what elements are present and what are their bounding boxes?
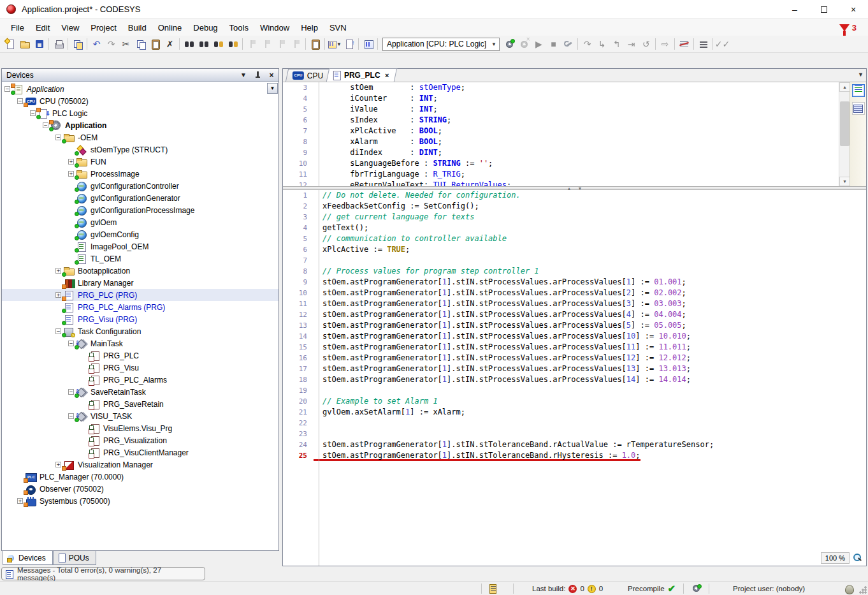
tree-item-prg-plc[interactable]: PRG_PLC: [2, 349, 278, 362]
logout-button[interactable]: [517, 37, 532, 52]
declaration-pane[interactable]: 3 stOem : stOemType;4 iCounter : INT;5 i…: [283, 82, 866, 186]
paste-object-button[interactable]: [308, 37, 322, 52]
expand-icon[interactable]: +: [17, 498, 23, 504]
tree-item-tl-oem[interactable]: TL_OEM: [2, 253, 278, 265]
cut-button[interactable]: ✂: [119, 37, 133, 52]
compile-status-icon[interactable]: [692, 584, 702, 594]
reset-button[interactable]: ↺: [639, 37, 653, 52]
toggle-bookmark-button[interactable]: [245, 37, 259, 52]
delete-button[interactable]: ✗: [163, 37, 177, 52]
step-out-button[interactable]: ↰: [609, 37, 624, 52]
tree-item-maintask[interactable]: −MainTask: [2, 337, 278, 349]
find-button[interactable]: [182, 37, 196, 52]
tree-item-prg-visuclientmanager[interactable]: PRG_VisuClientManager: [2, 446, 278, 459]
recompile-button[interactable]: ✓✓: [715, 37, 730, 52]
replace-in-project-button[interactable]: [226, 37, 240, 52]
tree-item-bootapplication[interactable]: +Bootapplication: [2, 265, 278, 277]
status-doc-icon[interactable]: [489, 584, 498, 593]
copy-button[interactable]: [133, 37, 148, 52]
expand-icon[interactable]: +: [55, 462, 61, 467]
tree-item-prg-saveretain[interactable]: PRG_SaveRetain: [2, 398, 278, 410]
code-pane[interactable]: 1// Do not delete. Needed for configurat…: [283, 190, 866, 566]
pin-icon[interactable]: [254, 71, 261, 79]
tree-item-application[interactable]: −Application: [2, 119, 278, 131]
step-into-button[interactable]: ↳: [595, 37, 609, 52]
close-tab-icon[interactable]: ×: [385, 71, 389, 79]
code-zoom-level[interactable]: 100 %: [821, 552, 850, 564]
export-device-button[interactable]: [342, 37, 356, 52]
tree-item-visu-task[interactable]: −VISU_TASK: [2, 410, 278, 422]
new-file-button[interactable]: [3, 37, 17, 52]
single-cycle-button[interactable]: [561, 37, 575, 52]
tree-item-imagepool-oem[interactable]: ImagePool_OEM: [2, 240, 278, 253]
messages-bar[interactable]: Messages - Total 0 error(s), 0 warning(s…: [1, 567, 205, 580]
tree-item-gvlconfigurationprocessimage[interactable]: gvlConfigurationProcessImage: [2, 204, 278, 216]
open-file-button[interactable]: [17, 37, 32, 52]
bottom-tab-devices[interactable]: Devices: [3, 551, 53, 565]
collapse-icon[interactable]: −: [17, 98, 23, 104]
tabular-view-button[interactable]: [852, 102, 865, 115]
expand-icon[interactable]: +: [55, 268, 61, 274]
undo-button[interactable]: ↶: [89, 37, 104, 52]
tree-item-gvlconfigurationgenerator[interactable]: gvlConfigurationGenerator: [2, 192, 278, 204]
tree-item-prg-visu-prg[interactable]: PRG_Visu (PRG): [2, 313, 278, 325]
collapse-icon[interactable]: −: [43, 122, 48, 128]
active-application-dropdown[interactable]: Application [CPU: PLC Logic] ▼: [382, 38, 500, 51]
run-to-cursor-button[interactable]: ⇥: [624, 37, 639, 52]
menu-item-window[interactable]: Window: [254, 20, 295, 35]
tab-list-icon[interactable]: ▼: [858, 71, 864, 78]
tree-item-fun[interactable]: +FUN: [2, 156, 278, 168]
tree-item-processimage[interactable]: +ProcessImage: [2, 168, 278, 180]
tree-item-oem[interactable]: −-OEM: [2, 131, 278, 143]
resize-grip[interactable]: [859, 586, 867, 594]
tree-item-visualization-manager[interactable]: +Visualization Manager: [2, 459, 278, 471]
collapse-icon[interactable]: −: [4, 86, 10, 92]
minimize-button[interactable]: –: [780, 0, 809, 18]
tree-item-prg-plc-prg[interactable]: +PRG_PLC (PRG): [2, 289, 278, 301]
redo-button[interactable]: ↷: [104, 37, 119, 52]
panel-menu-icon[interactable]: ▼: [239, 71, 248, 78]
close-button[interactable]: ×: [839, 0, 868, 18]
collapse-icon[interactable]: −: [30, 110, 36, 116]
panel-close-icon[interactable]: ×: [267, 71, 276, 80]
tree-item-prg-visualization[interactable]: PRG_Visualization: [2, 434, 278, 446]
menu-item-view[interactable]: View: [55, 20, 85, 35]
step-over-button[interactable]: ↷: [580, 37, 595, 52]
maximize-button[interactable]: [809, 0, 839, 18]
tree-item-gvloem[interactable]: gvlOem: [2, 216, 278, 228]
save-button[interactable]: [32, 37, 47, 52]
paste-button[interactable]: [148, 37, 163, 52]
next-bookmark-button[interactable]: [274, 37, 289, 52]
watch-list-button[interactable]: [696, 37, 711, 52]
tree-item-cpu-705002[interactable]: −CPU (705002): [2, 95, 278, 107]
menu-item-tools[interactable]: Tools: [224, 20, 254, 35]
collapse-icon[interactable]: −: [68, 413, 74, 419]
scroll-down-icon[interactable]: ▼: [839, 177, 850, 186]
expand-icon[interactable]: +: [55, 292, 61, 298]
editor-tab-cpu[interactable]: CPU: [286, 69, 332, 82]
menu-item-online[interactable]: Online: [152, 20, 188, 35]
device-repository-button[interactable]: [361, 37, 375, 52]
collapse-icon[interactable]: −: [55, 328, 61, 334]
tree-item-gvlconfigurationcontroller[interactable]: gvlConfigurationController: [2, 180, 278, 192]
tree-item-prg-plc-alarms-prg[interactable]: PRG_PLC_Alarms (PRG): [2, 301, 278, 313]
tree-item-task-configuration[interactable]: −Task Configuration: [2, 325, 278, 337]
tree-item-gvloemconfig[interactable]: gvlOemConfig: [2, 228, 278, 240]
collapse-icon[interactable]: −: [68, 341, 74, 346]
generate-code-button[interactable]: [677, 37, 691, 52]
menu-item-debug[interactable]: Debug: [187, 20, 223, 35]
collapse-icon[interactable]: −: [68, 389, 74, 395]
menu-item-svn[interactable]: SVN: [324, 20, 352, 35]
menu-item-build[interactable]: Build: [122, 20, 152, 35]
declaration-scrollbar[interactable]: ▲ ▼: [839, 82, 850, 186]
collapse-icon[interactable]: −: [55, 135, 61, 140]
print-button[interactable]: [51, 37, 66, 52]
tree-item-plc-logic[interactable]: −PLC Logic: [2, 107, 278, 119]
tree-item-application[interactable]: −Application: [2, 83, 278, 95]
menu-item-edit[interactable]: Edit: [30, 20, 55, 35]
next-statement-button[interactable]: ⇨: [658, 37, 672, 52]
new-device-button[interactable]: ▼: [327, 37, 342, 52]
find-in-project-button[interactable]: [211, 37, 226, 52]
replace-button[interactable]: [196, 37, 211, 52]
user-management-icon[interactable]: [844, 584, 854, 594]
